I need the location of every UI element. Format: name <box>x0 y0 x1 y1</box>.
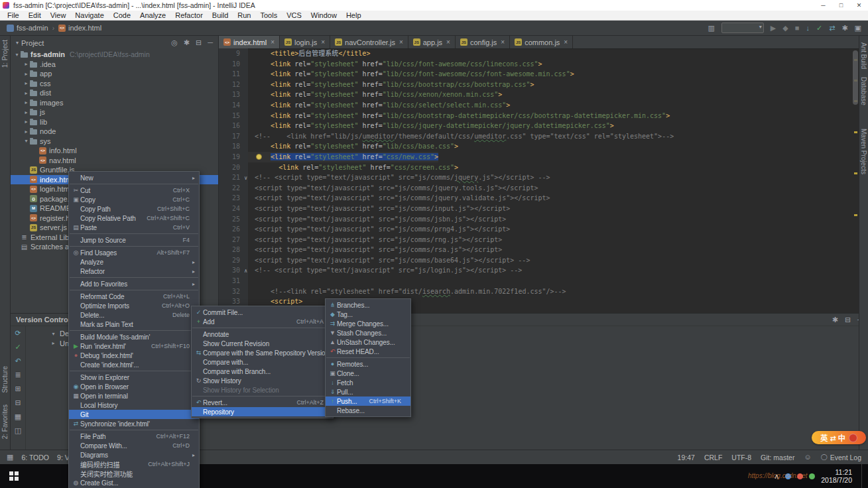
menu-item-show-in-explorer[interactable]: Show in Explorer <box>69 373 199 382</box>
menubar-item-view[interactable]: View <box>46 11 71 19</box>
group-by-icon[interactable]: ≣ <box>15 371 21 379</box>
repo-menu-item-pull[interactable]: ⇓Pull... <box>326 387 410 396</box>
encoding-indicator[interactable]: UTF-8 <box>731 454 751 461</box>
run-icon[interactable]: ▶ <box>771 25 776 32</box>
caret-position[interactable]: 19:47 <box>678 454 695 461</box>
menu-item-compare-with[interactable]: Compare With...Ctrl+D <box>69 441 199 450</box>
menu-item-copy-relative-path[interactable]: Copy Relative PathCtrl+Alt+Shift+C <box>69 213 199 223</box>
menubar-item-help[interactable]: Help <box>341 11 366 19</box>
git-menu-item-compare-with-branch[interactable]: Compare with Branch... <box>192 367 333 376</box>
tree-item-app[interactable]: ▸app <box>11 69 218 79</box>
tree-item-images[interactable]: ▸images <box>11 98 218 108</box>
tool-stripe-2-favorites[interactable]: 2: Favorites <box>1 404 9 439</box>
repo-menu-item-remotes[interactable]: ●Remotes... <box>326 359 410 369</box>
start-button[interactable] <box>0 464 28 488</box>
menubar-item-navigate[interactable]: Navigate <box>70 11 108 19</box>
expand-all-icon[interactable]: ⊞ <box>15 385 21 393</box>
vcs-sync-icon[interactable]: ⇄ <box>829 25 835 32</box>
line-number[interactable]: 17 <box>219 131 248 142</box>
taskbar-clock[interactable]: 11:21 2018/7/20 <box>821 468 852 484</box>
tree-item-sys[interactable]: ▾sys <box>11 137 218 147</box>
menu-item-local-history[interactable]: Local History▸ <box>69 400 199 410</box>
menubar-item-run[interactable]: Run <box>233 11 255 19</box>
tray-app-green-icon[interactable] <box>809 473 815 479</box>
git-menu-item-revert[interactable]: ↶Revert...Ctrl+Alt+Z <box>192 398 333 407</box>
menubar-item-code[interactable]: Code <box>109 11 135 19</box>
tree-item-idea[interactable]: ▸.idea <box>11 60 218 70</box>
editor-tab-index-html[interactable]: <>index.html× <box>219 36 280 48</box>
menubar-item-build[interactable]: Build <box>208 11 233 19</box>
refresh-icon[interactable]: ⟳ <box>15 330 21 337</box>
line-number[interactable]: 25 <box>219 214 248 225</box>
preview-diff-icon[interactable]: ◫ <box>15 427 21 434</box>
menu-item-add-to-favorites[interactable]: Add to Favorites▸ <box>69 279 199 288</box>
repo-menu-item-fetch[interactable]: ↓Fetch <box>326 378 410 387</box>
tool-stripe-ant-build[interactable]: Ant Build <box>860 42 867 69</box>
git-branch-indicator[interactable]: Git: master <box>761 454 794 461</box>
repo-menu-item-branches[interactable]: ⋔Branches... <box>326 300 410 310</box>
breadcrumb-index-html[interactable]: <>index.html <box>58 24 101 32</box>
breadcrumb-fss-admin[interactable]: fss-admin <box>7 24 48 32</box>
settings-icon[interactable]: ✱ <box>841 25 847 32</box>
toolwindow-switcher-icon[interactable]: ▦ <box>7 454 13 461</box>
line-number[interactable]: 30∧ <box>219 265 248 276</box>
close-tab-icon[interactable]: × <box>564 38 568 46</box>
line-number[interactable]: 16 <box>219 121 248 131</box>
intention-bulb-icon[interactable] <box>256 154 262 160</box>
git-menu-item-repository[interactable]: Repository▸ <box>192 407 333 416</box>
line-number[interactable]: 32 <box>219 286 248 297</box>
settings-icon[interactable]: ✱ <box>184 39 190 46</box>
menu-item-find-usages[interactable]: ◎Find UsagesAlt+Shift+F7 <box>69 248 199 257</box>
menubar-item-file[interactable]: File <box>3 11 24 19</box>
git-menu-item-compare-with-the-same-repository-version[interactable]: ⇆Compare with the Same Repository Versio… <box>192 348 333 357</box>
tree-item-css[interactable]: ▸css <box>11 79 218 89</box>
tree-item-lib[interactable]: ▸lib <box>11 117 218 127</box>
editor-scrollbar[interactable] <box>853 50 858 105</box>
menu-item-create-gist[interactable]: ◍Create Gist... <box>69 478 199 487</box>
menu-item-create-index-html[interactable]: Create 'index.html'... <box>69 360 199 369</box>
line-number[interactable]: 15 <box>219 111 248 121</box>
git-menu-item-commit-file[interactable]: ✓Commit File... <box>192 308 333 317</box>
close-tab-icon[interactable]: × <box>321 38 325 46</box>
menubar-item-analyze[interactable]: Analyze <box>135 11 170 19</box>
tree-item-js[interactable]: ▸js <box>11 107 218 117</box>
line-number[interactable]: 27 <box>219 235 248 245</box>
repo-menu-item-clone[interactable]: ▣Clone... <box>326 369 410 378</box>
menu-item-mark-as-plain-text[interactable]: Mark as Plain Text <box>69 320 199 329</box>
menu-item-copy-path[interactable]: Copy PathCtrl+Shift+C <box>69 204 199 213</box>
view-toggle-icon[interactable]: ▥ <box>708 25 714 32</box>
menu-item-open-in-browser[interactable]: ◉Open in Browser▸ <box>69 382 199 391</box>
repo-menu-item-merge-changes[interactable]: ⇉Merge Changes... <box>326 319 410 328</box>
translate-pill[interactable]: 英 ⇄ 中 <box>812 431 866 444</box>
git-menu-item-add[interactable]: +AddCtrl+Alt+A <box>192 317 333 326</box>
git-menu-item-compare-with[interactable]: Compare with... <box>192 357 333 367</box>
tool-stripe-maven-projects[interactable]: Maven Projects <box>860 129 867 174</box>
minimize-button[interactable]: ─ <box>814 0 832 11</box>
line-number[interactable]: 10 <box>219 59 248 70</box>
git-menu-item-show-current-revision[interactable]: Show Current Revision <box>192 339 333 348</box>
menu-item-file-path[interactable]: File PathCtrl+Alt+F12 <box>69 432 199 441</box>
line-number[interactable]: 31 <box>219 276 248 286</box>
editor-tab-config-js[interactable]: JSconfig.js× <box>456 36 510 48</box>
fold-marker-icon[interactable]: ∧ <box>244 266 247 276</box>
menu-item-analyze[interactable]: Analyze▸ <box>69 257 199 267</box>
menubar-item-refactor[interactable]: Refactor <box>170 11 208 19</box>
menu-item-cut[interactable]: ✂CutCtrl+X <box>69 186 199 195</box>
line-number[interactable]: 13 <box>219 90 248 100</box>
line-number[interactable]: 29 <box>219 255 248 266</box>
menu-item-编码规约扫描[interactable]: 编码规约扫描Ctrl+Alt+Shift+J <box>69 459 199 469</box>
editor-tab-navcontroller-js[interactable]: JSnavController.js× <box>330 36 408 48</box>
editor-tab-common-js[interactable]: JScommon.js× <box>510 36 573 48</box>
menu-item-diagrams[interactable]: Diagrams▸ <box>69 450 199 459</box>
tree-item-dist[interactable]: ▸dist <box>11 88 218 98</box>
line-number[interactable]: 12 <box>219 80 248 90</box>
locate-file-icon[interactable]: ◎ <box>171 39 178 46</box>
collapse-all-icon[interactable]: ⊟ <box>196 39 202 46</box>
collapse-icon[interactable]: ⊟ <box>845 316 851 324</box>
repo-menu-item-push[interactable]: ↑Push...Ctrl+Shift+K <box>326 396 410 406</box>
chevron-down-icon[interactable]: ▾ <box>16 40 19 46</box>
line-number[interactable]: 26 <box>219 224 248 235</box>
line-number[interactable]: 20 <box>219 162 248 173</box>
menu-item-delete[interactable]: Delete...Delete <box>69 310 199 320</box>
code-area[interactable]: 9 <title>后台管理系统</title>10 <link rel="sty… <box>219 48 859 313</box>
